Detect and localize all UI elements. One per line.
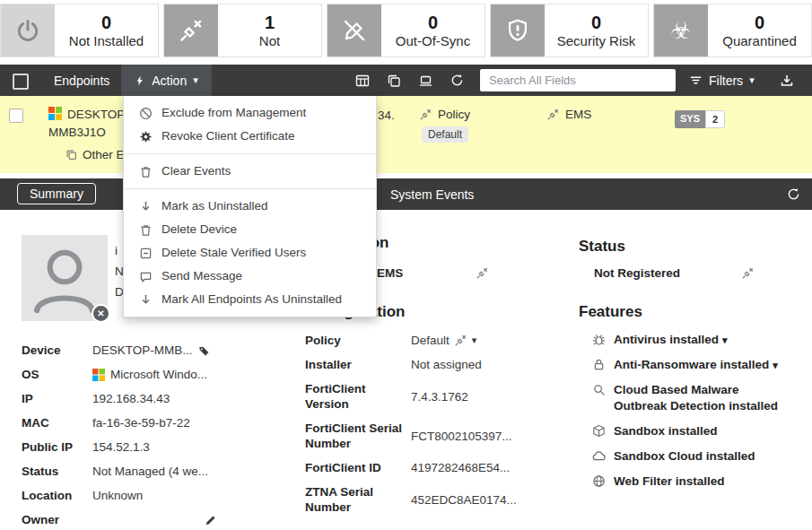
- field-owner: Owner: [22, 512, 284, 528]
- clone-icon: [65, 149, 77, 161]
- filters-button[interactable]: Filters ▾: [689, 65, 755, 96]
- status-label: Out-Of-Sync: [396, 33, 470, 49]
- edit-owner-pencil-icon[interactable]: [205, 514, 217, 526]
- tab-summary[interactable]: Summary: [17, 183, 96, 204]
- sys-badge-count: 2: [705, 110, 725, 128]
- feature-sandbox-cloud: Sandbox Cloud installed: [592, 448, 797, 465]
- menu-item-delete-stale-verified-users[interactable]: Delete Stale Verified Users: [124, 241, 376, 265]
- filter-icon: [689, 74, 703, 87]
- select-all-checkbox[interactable]: [13, 74, 29, 90]
- arrow-down-icon: [138, 293, 153, 307]
- menu-item-delete-device[interactable]: Delete Device: [124, 218, 376, 241]
- endpoint-ip-fragment: 34.: [378, 109, 395, 122]
- field-installer: Installer Not assigned: [305, 357, 528, 372]
- caret-down-icon[interactable]: ▾: [722, 335, 728, 345]
- not-registered-badge-icon: ✕: [92, 304, 110, 323]
- field-policy: Policy Default ▾: [305, 333, 528, 348]
- status-cards: 0 Not Installed 1 Not 0 Out-Of-Sync: [0, 4, 812, 57]
- status-count: 0: [428, 12, 438, 33]
- menu-divider: [124, 153, 376, 154]
- disconnected-icon: [547, 109, 559, 120]
- windows-logo-icon: [48, 107, 62, 120]
- summary-content: ✕ i N D Device DESKTOP-MMB... OS Microso…: [0, 210, 812, 530]
- field-public-ip: Public IP 154.52.1.3: [22, 439, 284, 456]
- caret-down-icon: ▾: [193, 75, 198, 85]
- menu-item-mark-all-endpoints-as-uninstalled[interactable]: Mark All Endpoints As Uninstalled: [124, 288, 376, 311]
- status-count: 0: [101, 12, 111, 33]
- sandbox-cloud-icon: [592, 448, 607, 465]
- status-label: Security Risk: [557, 33, 636, 49]
- arrow-down-icon: [138, 200, 153, 213]
- windows-logo-icon: [92, 369, 105, 381]
- menu-divider: [124, 188, 376, 189]
- disconnected-icon: [455, 335, 467, 346]
- quarantined-icon: ☣: [654, 4, 708, 56]
- forticlient-ems-endpoint-screen: 0 Not Installed 1 Not 0 Out-Of-Sync: [0, 0, 812, 530]
- status-card-not-registered[interactable]: 1 Not: [163, 4, 322, 57]
- disconnected-icon: [742, 267, 754, 279]
- endpoint-hostname[interactable]: DESKTOP-MMB3J1O: [48, 106, 131, 142]
- security-risk-icon: [491, 4, 545, 56]
- clone-view-icon[interactable]: [387, 74, 401, 88]
- refresh-icon[interactable]: [787, 178, 800, 210]
- refresh-icon[interactable]: [450, 74, 464, 87]
- obscured-text-fragment: i: [115, 244, 118, 257]
- status-card-security-risk[interactable]: 0 Security Risk: [490, 4, 649, 57]
- field-forticlient-version: FortiClient Version 7.4.3.1762: [305, 381, 528, 412]
- tag-icon: [198, 345, 210, 357]
- field-forticlient-id: FortiClient ID 4197282468E54...: [305, 460, 528, 475]
- menu-item-send-message[interactable]: Send Message: [124, 265, 376, 288]
- laptop-view-icon[interactable]: [418, 74, 433, 88]
- endpoints-label: Endpoints: [54, 65, 109, 96]
- field-ip: IP 192.168.34.43: [22, 391, 284, 407]
- status-count: 0: [755, 12, 764, 33]
- endpoint-row[interactable]: DESKTOP-MMB3J1O Other Endpoints 34. Poli…: [0, 96, 812, 173]
- out-of-sync-icon: [327, 4, 381, 56]
- menu-item-clear-events[interactable]: Clear Events: [124, 160, 376, 183]
- web-filter-icon: [592, 474, 607, 490]
- message-icon: [138, 270, 153, 283]
- download-icon[interactable]: [780, 65, 794, 96]
- policy-badge: Default: [422, 126, 468, 143]
- status-card-not-installed[interactable]: 0 Not Installed: [0, 4, 159, 57]
- bolt-icon: [135, 74, 145, 87]
- features-list: Antivirus installed▾ Anti-Ransomware ins…: [592, 332, 797, 499]
- detail-tab-bar: Summary System Events: [0, 178, 812, 210]
- status-value: Not Registered: [594, 266, 680, 280]
- row-checkbox[interactable]: [9, 109, 23, 123]
- status-count: 1: [265, 12, 275, 33]
- menu-item-revoke-client-certificate[interactable]: Revoke Client Certificate: [124, 125, 376, 148]
- disconnected-icon: [476, 267, 488, 279]
- search-input[interactable]: [480, 69, 676, 91]
- feature-anti-ransomware[interactable]: Anti-Ransomware installed▾: [592, 357, 797, 373]
- disconnected-icon: [420, 109, 432, 120]
- policy-column-label: Policy: [438, 108, 470, 121]
- status-label: Quarantined: [722, 33, 797, 49]
- field-location: Location Unknown: [22, 488, 284, 504]
- power-icon: [1, 4, 55, 56]
- menu-item-mark-as-uninstalled[interactable]: Mark as Uninstalled: [124, 195, 376, 218]
- policy-value-dropdown[interactable]: Default ▾: [411, 333, 528, 348]
- ban-icon: [138, 107, 153, 120]
- trash-icon: [138, 223, 153, 237]
- menu-item-exclude-from-management[interactable]: Exclude from Management: [124, 101, 376, 125]
- action-button[interactable]: Action ▾: [121, 65, 212, 96]
- features-section-title: Features: [579, 303, 642, 321]
- caret-down-icon[interactable]: ▾: [773, 360, 778, 370]
- feature-sandbox: Sandbox installed: [592, 423, 797, 439]
- feature-web-filter: Web Filter installed: [592, 474, 797, 490]
- feature-antivirus[interactable]: Antivirus installed▾: [592, 332, 797, 348]
- field-device: Device DESKTOP-MMB...: [22, 343, 284, 359]
- table-view-icon[interactable]: [355, 74, 370, 88]
- status-card-quarantined[interactable]: ☣ 0 Quarantined: [653, 4, 812, 57]
- antivirus-icon: [592, 332, 607, 348]
- caret-down-icon: ▾: [472, 335, 477, 345]
- action-dropdown-menu: Exclude from Management Revoke Client Ce…: [123, 96, 377, 317]
- anti-ransomware-icon: [592, 357, 607, 373]
- system-events-badge: SYS 2: [675, 110, 725, 128]
- status-card-out-of-sync[interactable]: 0 Out-Of-Sync: [327, 4, 485, 57]
- trash-icon: [138, 165, 153, 178]
- tab-system-events[interactable]: System Events: [390, 178, 474, 210]
- ems-column-label: EMS: [565, 108, 591, 121]
- status-label: Not: [259, 33, 280, 49]
